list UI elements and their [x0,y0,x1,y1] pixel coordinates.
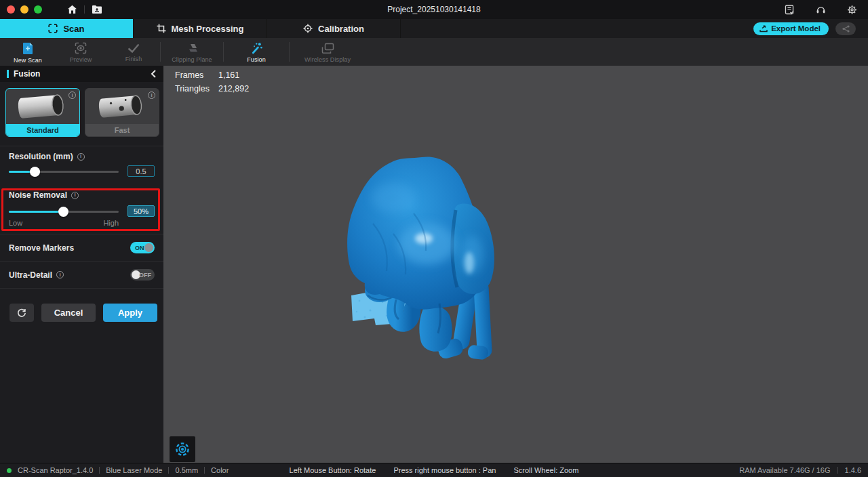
ultra-detail-toggle[interactable]: OFF [130,269,155,281]
scan-resolution: 0.5mm [175,466,198,474]
tab-label: Scan [63,24,84,34]
statusbar: CR-Scan Raptor_1.4.0 Blue Laser Mode 0.5… [0,463,868,477]
toolbar-clipping-plane[interactable]: Clipping Plane [161,38,223,66]
headset-icon [816,5,826,15]
viewport-3d[interactable]: Frames 1,161 Triangles 212,892 [163,66,868,463]
clipping-plane-eraser-icon [186,43,199,54]
toggle-state-label: OFF [139,272,151,278]
noise-removal-slider[interactable] [9,211,119,213]
ultra-detail-row: Ultra-Detail OFF [9,269,155,281]
noise-removal-scale: Low High [9,219,119,227]
tab-calibration[interactable]: Calibration [267,19,401,38]
preview-icon [75,42,87,54]
settings-button[interactable] [844,2,860,17]
wireless-display-icon [321,43,334,54]
remove-markers-label: Remove Markers [9,243,74,253]
toolbar-new-scan[interactable]: New Scan [1,38,54,66]
scan-frame-icon [48,24,58,33]
tab-scan[interactable]: Scan [0,19,134,38]
scan-stats: Frames 1,161 Triangles 212,892 [175,70,249,94]
resolution-value: 0.5 [136,167,146,175]
high-label: High [103,219,119,227]
noise-removal-section-label: Noise Removal [9,190,79,200]
noise-removal-info-icon[interactable] [71,192,79,199]
section-divider [0,146,163,146]
section-divider [0,234,163,234]
section-divider [0,261,163,262]
hint-pan: Press right mouse button : Pan [393,466,496,474]
apply-label: Apply [118,308,142,318]
triangles-label: Triangles [175,84,210,94]
panel-header: Fusion [0,66,163,82]
resolution-section-label: Resolution (mm) [9,152,85,161]
finish-check-icon [127,43,140,54]
toolbar-label: Preview [70,56,92,63]
model-body-lower [419,304,452,352]
export-icon [760,25,768,33]
hint-zoom: Scroll Wheel: Zoom [513,466,578,474]
status-separator [168,467,169,474]
new-scan-icon [22,42,34,55]
device-connected-dot [7,468,12,473]
fusion-wand-icon [250,42,263,54]
mode-card-standard[interactable]: Standard [5,88,80,137]
toolbar-label: Fusion [247,56,266,63]
mesh-crop-icon [157,24,166,33]
chevron-left-icon [151,70,157,78]
tab-mesh-processing[interactable]: Mesh Processing [134,19,267,38]
panel-title: Fusion [14,69,40,79]
cancel-button[interactable]: Cancel [41,304,96,322]
standard-info-icon[interactable] [68,91,76,99]
collapse-panel-button[interactable] [148,68,159,79]
toolbar-fusion[interactable]: Fusion [224,38,289,66]
system-status: RAM Available 7.46G / 16G 1.4.6 [739,466,861,474]
toolbar-label: Clipping Plane [172,56,212,63]
recenter-view-button[interactable] [170,436,195,462]
device-name: CR-Scan Raptor_1.4.0 [18,466,93,474]
hint-rotate: Left Mouse Button: Rotate [290,466,376,474]
device-status: CR-Scan Raptor_1.4.0 Blue Laser Mode 0.5… [7,466,229,474]
toolbar-label: Wireless Display [304,56,351,63]
share-button[interactable] [835,22,856,35]
resolution-value-box[interactable]: 0.5 [127,165,155,177]
remove-markers-toggle[interactable]: ON [130,242,155,253]
toolbar-finish[interactable]: Finish [107,38,160,66]
ultra-detail-info-icon[interactable] [56,271,64,278]
color-mode: Color [211,466,229,474]
reset-refresh-icon [17,308,26,318]
support-button[interactable] [812,2,829,17]
calibration-target-icon [303,24,313,33]
gear-icon [847,5,857,15]
toggle-knob [144,243,153,252]
resolution-info-icon[interactable] [77,153,85,161]
ultra-detail-label: Ultra-Detail [9,270,52,280]
toolbar-preview[interactable]: Preview [54,38,107,66]
section-divider [0,288,163,289]
status-separator [204,467,205,474]
noise-removal-label: Noise Removal [9,190,67,200]
scanned-model-elephant[interactable] [326,142,529,373]
fast-info-icon[interactable] [148,91,155,99]
resolution-slider[interactable] [9,171,119,173]
frames-label: Frames [175,70,210,80]
project-title: Project_20251030141418 [0,5,868,14]
mode-card-fast[interactable]: Fast [85,88,159,137]
resolution-slider-knob[interactable] [30,167,40,177]
export-model-button[interactable]: Export Model [753,22,829,35]
toolbar-wireless-display[interactable]: Wireless Display [290,38,366,66]
toggle-state-label: ON [135,245,144,251]
toolbar-label: New Scan [14,57,42,64]
changelog-button[interactable] [781,2,797,17]
cancel-label: Cancel [54,308,83,318]
app-version: 1.4.6 [845,466,861,474]
apply-button[interactable]: Apply [103,304,157,322]
locate-target-icon [175,442,190,457]
reset-button[interactable] [9,304,34,322]
remove-markers-row: Remove Markers ON [9,242,155,253]
noise-removal-slider-knob[interactable] [58,207,68,217]
noise-removal-value-box[interactable]: 50% [127,205,155,217]
export-model-label: Export Model [771,24,821,33]
status-separator [837,467,838,474]
triangles-value: 212,892 [218,84,249,94]
fusion-settings-panel: Fusion [0,66,163,463]
